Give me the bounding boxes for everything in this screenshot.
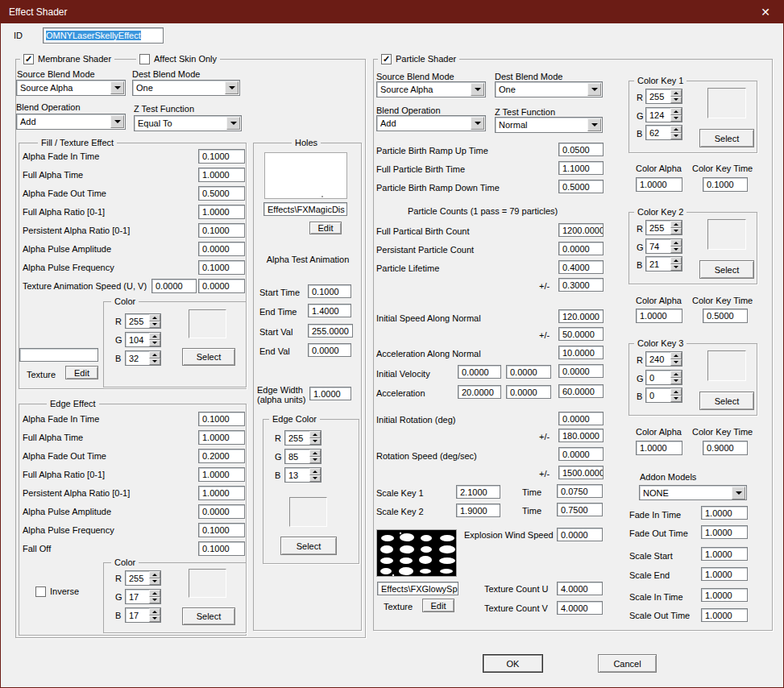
init-vel-y-field[interactable]: 0.0000: [506, 365, 551, 379]
texture-anim-v-field[interactable]: 0.0000: [198, 279, 245, 293]
param-value-field[interactable]: 1.0000: [198, 486, 245, 500]
fill-color-g-spinner[interactable]: 104: [125, 332, 161, 347]
param-value-field[interactable]: 0.1000: [198, 260, 245, 275]
edge-width-field[interactable]: 1.0000: [309, 387, 351, 400]
init-vel-x-field[interactable]: 0.0000: [458, 365, 501, 379]
spin-down-icon[interactable]: [149, 597, 160, 604]
spin-up-icon[interactable]: [670, 257, 682, 264]
chevron-down-icon[interactable]: [471, 83, 484, 96]
particle-shader-checkbox[interactable]: ✓ Particle Shader: [378, 53, 459, 64]
birth-ramp-down-field[interactable]: 0.5000: [558, 180, 604, 193]
accel-x-field[interactable]: 20.0000: [458, 385, 501, 399]
chevron-down-icon[interactable]: [110, 115, 124, 128]
fade-out-time-field[interactable]: 1.0000: [701, 525, 748, 539]
color-key-2-time-field[interactable]: 0.5000: [703, 309, 748, 323]
scale-out-time-field[interactable]: 1.0000: [701, 608, 748, 622]
particle-dest-blend-select[interactable]: One: [495, 81, 603, 97]
fade-in-time-field[interactable]: 1.0000: [701, 506, 748, 520]
addon-models-select[interactable]: NONE: [639, 485, 747, 500]
param-value-field[interactable]: 0.1000: [198, 412, 245, 426]
spin-down-icon[interactable]: [670, 378, 682, 385]
color-key-3-time-field[interactable]: 0.9000: [703, 441, 748, 455]
color-key-2-select-button[interactable]: Select: [699, 260, 754, 279]
spin-up-icon[interactable]: [149, 590, 160, 597]
color-key-2-b-spinner[interactable]: 21: [645, 256, 682, 271]
spin-up-icon[interactable]: [149, 571, 160, 578]
edge-color-r-spinner[interactable]: 255: [125, 570, 161, 586]
chevron-down-icon[interactable]: [110, 81, 124, 94]
spin-up-icon[interactable]: [670, 126, 682, 133]
spin-up-icon[interactable]: [309, 431, 321, 438]
scale-key-1-field[interactable]: 2.1000: [456, 485, 500, 499]
spin-up-icon[interactable]: [149, 608, 160, 615]
param-value-field[interactable]: 0.1000: [198, 523, 245, 537]
spin-up-icon[interactable]: [670, 388, 682, 396]
spin-down-icon[interactable]: [149, 321, 160, 329]
param-value-field[interactable]: 0.2000: [198, 449, 245, 463]
holes-texture-path-field[interactable]: Effects\FXMagicDis: [263, 202, 347, 216]
texture-count-u-field[interactable]: 4.0000: [557, 582, 603, 595]
birth-ramp-up-field[interactable]: 0.0500: [558, 143, 604, 156]
membrane-shader-checkbox[interactable]: ✓ Membrane Shader: [20, 53, 114, 64]
spin-up-icon[interactable]: [149, 333, 160, 340]
param-value-field[interactable]: 1.0000: [198, 467, 245, 482]
spin-down-icon[interactable]: [309, 457, 321, 464]
fill-color-r-spinner[interactable]: 255: [125, 313, 161, 329]
particle-texture-edit-button[interactable]: Edit: [422, 599, 454, 612]
particle-source-blend-select[interactable]: Source Alpha: [376, 81, 486, 97]
init-rotation-field[interactable]: 0.0000: [558, 412, 604, 425]
start-time-field[interactable]: 0.1000: [308, 284, 351, 298]
lifetime-var-field[interactable]: 0.3000: [558, 278, 604, 292]
spin-up-icon[interactable]: [309, 450, 321, 457]
end-val-field[interactable]: 0.0000: [308, 343, 351, 357]
spin-up-icon[interactable]: [149, 351, 160, 359]
full-birth-count-field[interactable]: 1200.0000: [558, 223, 604, 237]
chevron-down-icon[interactable]: [225, 81, 239, 94]
color-key-3-g-spinner[interactable]: 0: [645, 370, 682, 385]
chevron-down-icon[interactable]: [471, 117, 484, 130]
fill-texture-edit-button[interactable]: Edit: [65, 366, 98, 379]
chevron-down-icon[interactable]: [587, 83, 601, 96]
lifetime-field[interactable]: 0.4000: [558, 260, 604, 274]
spin-down-icon[interactable]: [149, 578, 160, 586]
color-key-1-alpha-field[interactable]: 1.0000: [636, 177, 682, 192]
param-value-field[interactable]: 0.1000: [198, 149, 245, 164]
color-key-1-g-spinner[interactable]: 124: [645, 107, 682, 122]
membrane-z-test-select[interactable]: Equal To: [134, 115, 242, 131]
rotation-speed-field[interactable]: 0.0000: [558, 447, 604, 461]
param-value-field[interactable]: 0.1000: [198, 223, 245, 238]
param-value-field[interactable]: 0.0000: [198, 504, 245, 519]
holes-edit-button[interactable]: Edit: [309, 222, 342, 234]
spin-down-icon[interactable]: [670, 228, 682, 235]
start-val-field[interactable]: 255.0000: [308, 324, 353, 338]
edge-color-select-button[interactable]: Select: [182, 607, 235, 625]
spin-down-icon[interactable]: [309, 438, 321, 446]
spin-down-icon[interactable]: [670, 115, 682, 122]
spin-up-icon[interactable]: [670, 352, 682, 359]
membrane-dest-blend-select[interactable]: One: [132, 80, 240, 96]
color-key-1-b-spinner[interactable]: 62: [645, 125, 682, 140]
color-key-3-select-button[interactable]: Select: [699, 392, 754, 410]
holes-edge-color-select-button[interactable]: Select: [280, 537, 337, 555]
param-value-field[interactable]: 1.0000: [198, 430, 245, 445]
particle-blend-op-select[interactable]: Add: [376, 115, 486, 131]
scale-key-1-time-field[interactable]: 0.0750: [557, 484, 603, 498]
accel-y-field[interactable]: 0.0000: [506, 385, 551, 399]
explosion-wind-speed-field[interactable]: 0.0000: [557, 528, 603, 541]
spin-down-icon[interactable]: [309, 475, 321, 483]
checkbox-unchecked-icon[interactable]: [35, 586, 46, 597]
end-time-field[interactable]: 1.4000: [308, 304, 351, 317]
init-speed-var-field[interactable]: 50.0000: [558, 327, 604, 341]
spin-down-icon[interactable]: [670, 97, 682, 104]
chevron-down-icon[interactable]: [587, 118, 601, 131]
spin-up-icon[interactable]: [670, 239, 682, 247]
scale-end-field[interactable]: 1.0000: [701, 567, 748, 581]
holes-edge-color-g-spinner[interactable]: 85: [284, 449, 321, 464]
color-key-1-r-spinner[interactable]: 255: [645, 89, 682, 104]
spin-down-icon[interactable]: [149, 340, 160, 347]
spin-up-icon[interactable]: [149, 314, 160, 321]
param-value-field[interactable]: 0.0000: [198, 242, 245, 256]
param-value-field[interactable]: 0.1000: [198, 541, 245, 556]
scale-key-2-field[interactable]: 1.9000: [456, 504, 500, 517]
param-value-field[interactable]: 1.0000: [198, 205, 245, 219]
